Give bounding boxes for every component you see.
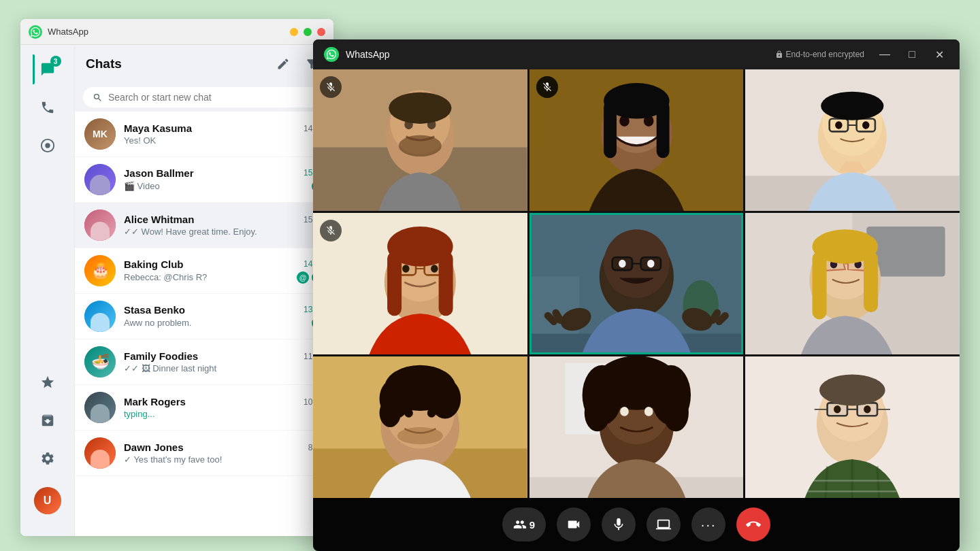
svg-point-80	[380, 399, 401, 427]
svg-point-29	[835, 121, 842, 129]
chat-item-dawn[interactable]: Dawn Jones 8:32 ✓ Yes that's my fave too…	[75, 431, 333, 476]
close-btn[interactable]	[317, 28, 325, 36]
chat-avatar-mark	[84, 392, 116, 423]
call-titlebar: WhatsApp End-to-end encrypted — □ ✕	[313, 39, 960, 69]
svg-point-105	[834, 405, 840, 414]
chat-info-maya: Maya Kasuma 14:54 Yes! OK 📌	[124, 122, 324, 146]
chat-name-stasa: Stasa Benko	[124, 304, 185, 316]
chat-info-baking: Baking Club 14:43 Rebecca: @Chris R? @ 1	[124, 258, 324, 284]
chat-info-dawn: Dawn Jones 8:32 ✓ Yes that's my fave too…	[124, 441, 324, 465]
video-cell-9	[745, 356, 960, 498]
video-cell-5	[529, 213, 744, 354]
chat-item-jason[interactable]: Jason Ballmer 15:26 🎬 Video 3	[75, 157, 333, 203]
app-title-text: WhatsApp	[48, 27, 290, 37]
chat-name-mark: Mark Rogers	[124, 396, 186, 407]
chat-item-alice[interactable]: Alice Whitman 15:12 ✓✓ Wow! Have great t…	[75, 203, 333, 248]
chat-preview-baking: Rebecca: @Chris R?	[124, 272, 297, 282]
chat-avatar-jason	[84, 164, 116, 195]
chat-item-baking[interactable]: 🎂 Baking Club 14:43 Rebecca: @Chris R? @…	[75, 248, 333, 294]
svg-point-95	[644, 407, 653, 416]
chat-name-dawn: Dawn Jones	[124, 441, 184, 453]
call-controls-bar: 9 ···	[313, 498, 960, 551]
screen-share-btn[interactable]	[647, 507, 681, 541]
video-cell-6	[745, 213, 960, 354]
svg-rect-43	[439, 252, 453, 316]
mute-indicator-4	[320, 220, 342, 241]
chat-preview-mark: typing...	[124, 409, 324, 419]
user-avatar[interactable]: U	[34, 487, 61, 514]
participants-btn[interactable]: 9	[502, 507, 546, 541]
maximize-btn[interactable]	[304, 28, 312, 36]
chats-title: Chats	[86, 56, 272, 71]
video-call-window: WhatsApp End-to-end encrypted — □ ✕	[313, 39, 960, 551]
chat-name-family: Family Foodies	[124, 350, 198, 362]
call-app-name: WhatsApp	[346, 49, 775, 60]
video-cell-2	[529, 69, 744, 211]
call-close-btn[interactable]: ✕	[930, 45, 949, 64]
svg-point-54	[647, 260, 654, 268]
svg-point-40	[431, 265, 438, 273]
window-controls	[290, 28, 325, 36]
chat-avatar-alice	[84, 210, 116, 241]
svg-point-83	[397, 427, 443, 444]
sidebar-item-status[interactable]	[33, 131, 63, 161]
participants-count: 9	[529, 519, 535, 531]
e2e-text: End-to-end encrypted	[786, 50, 864, 59]
chat-item-maya[interactable]: MK Maya Kasuma 14:54 Yes! OK 📌	[75, 112, 333, 157]
chat-preview-family: ✓✓ 🖼 Dinner last night	[124, 363, 324, 373]
chat-info-alice: Alice Whitman 15:12 ✓✓ Wow! Have great t…	[124, 214, 324, 237]
sidebar-item-archive[interactable]	[33, 405, 63, 435]
sidebar-item-starred[interactable]	[33, 367, 63, 397]
svg-point-53	[619, 260, 625, 268]
end-call-icon	[746, 517, 761, 532]
new-chat-btn[interactable]	[272, 53, 294, 75]
screen-share-icon	[656, 517, 671, 532]
svg-point-10	[399, 135, 442, 156]
video-grid	[313, 69, 960, 498]
chat-item-family[interactable]: 🍜 Family Foodies 11:21 ✓✓ 🖼 Dinner last …	[75, 339, 333, 385]
mute-indicator-2	[536, 76, 558, 98]
chat-avatar-stasa	[84, 301, 116, 332]
call-minimize-btn[interactable]: —	[875, 45, 894, 64]
sidebar-item-settings[interactable]	[33, 444, 63, 473]
chat-name-maya: Maya Kasuma	[124, 122, 192, 134]
svg-point-81	[404, 408, 413, 418]
chat-item-stasa[interactable]: Stasa Benko 13:56 Aww no problem. 2	[75, 294, 333, 339]
svg-rect-42	[387, 252, 402, 316]
mute-btn[interactable]	[602, 507, 636, 541]
search-input[interactable]	[108, 92, 316, 103]
chat-info-stasa: Stasa Benko 13:56 Aww no problem. 2	[124, 304, 324, 329]
main-whatsapp-window: WhatsApp 3	[20, 19, 333, 536]
video-cell-7	[313, 356, 527, 498]
chat-info-family: Family Foodies 11:21 ✓✓ 🖼 Dinner last ni…	[124, 350, 324, 373]
sidebar-item-calls[interactable]	[33, 93, 63, 122]
call-maximize-btn[interactable]: □	[902, 45, 921, 64]
chat-avatar-baking: 🎂	[84, 255, 116, 286]
microphone-icon	[611, 517, 626, 532]
svg-point-106	[864, 405, 870, 414]
svg-point-107	[819, 374, 885, 405]
more-options-btn[interactable]: ···	[691, 507, 725, 541]
search-icon	[93, 93, 103, 103]
chat-preview-dawn: ✓ Yes that's my fave too!	[124, 454, 324, 465]
chat-item-mark[interactable]: Mark Rogers 10:56 typing...	[75, 385, 333, 431]
sidebar-item-chats[interactable]: 3	[33, 54, 63, 84]
svg-rect-70	[813, 252, 827, 320]
svg-rect-19	[604, 101, 617, 158]
chat-avatar-dawn	[84, 437, 116, 469]
chat-list: MK Maya Kasuma 14:54 Yes! OK 📌	[75, 112, 333, 536]
mute-indicator-1	[320, 76, 342, 98]
chat-avatar-maya: MK	[84, 118, 116, 150]
minimize-btn[interactable]	[290, 28, 298, 36]
svg-point-39	[402, 265, 409, 273]
call-wa-logo	[324, 47, 339, 62]
e2e-label: End-to-end encrypted	[775, 50, 864, 59]
end-call-btn[interactable]	[736, 507, 770, 541]
wa-app-icon	[29, 25, 42, 39]
svg-point-92	[584, 395, 610, 432]
chat-preview-stasa: Aww no problem.	[124, 318, 312, 328]
video-cell-4	[313, 213, 527, 354]
video-btn[interactable]	[557, 507, 591, 541]
svg-point-82	[427, 408, 436, 418]
chat-badge: 3	[50, 56, 61, 67]
